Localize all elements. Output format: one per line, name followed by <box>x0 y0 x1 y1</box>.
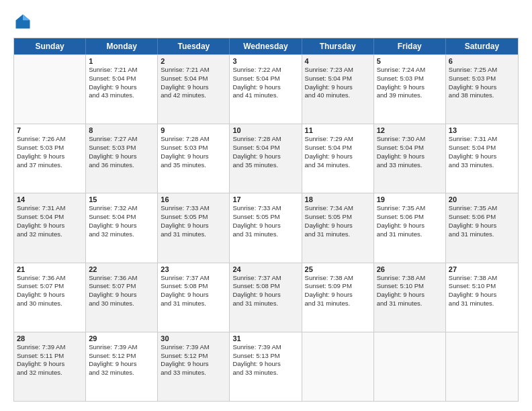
day-number: 25 <box>305 265 371 273</box>
cell-info-line: Daylight: 9 hours <box>232 360 298 369</box>
table-row: 17Sunrise: 7:33 AMSunset: 5:05 PMDayligh… <box>230 193 302 262</box>
cell-info-line: Sunset: 5:03 PM <box>161 144 226 152</box>
table-row <box>374 332 446 401</box>
cell-info-line: Sunrise: 7:39 AM <box>161 343 226 352</box>
cell-info-line: Sunset: 5:04 PM <box>161 75 226 83</box>
day-number: 2 <box>161 57 226 65</box>
cell-info-line: Daylight: 9 hours <box>449 152 515 161</box>
cell-info-line: Sunrise: 7:33 AM <box>161 204 226 213</box>
cell-info-line: Sunset: 5:03 PM <box>17 144 83 152</box>
day-number: 28 <box>17 334 83 342</box>
cell-info-line: and 33 minutes. <box>377 161 443 170</box>
day-number: 17 <box>232 195 298 203</box>
day-number: 12 <box>377 126 443 134</box>
cell-info-line: and 31 minutes. <box>377 230 443 239</box>
cell-info-line: Daylight: 9 hours <box>232 291 298 300</box>
day-number: 9 <box>161 126 226 134</box>
cell-info-line: Sunrise: 7:28 AM <box>232 135 298 144</box>
day-number: 19 <box>377 195 443 203</box>
cell-info-line: Daylight: 9 hours <box>89 222 154 230</box>
cell-info-line: Sunset: 5:09 PM <box>305 282 371 291</box>
table-row: 20Sunrise: 7:35 AMSunset: 5:06 PMDayligh… <box>446 193 518 262</box>
cell-info-line: Daylight: 9 hours <box>89 83 154 92</box>
cell-info-line: and 35 minutes. <box>232 161 298 170</box>
cell-info-line: Sunrise: 7:22 AM <box>232 66 298 75</box>
cell-info-line: Sunset: 5:08 PM <box>232 282 298 291</box>
cell-info-line: Sunrise: 7:30 AM <box>377 135 443 144</box>
calendar: SundayMondayTuesdayWednesdayThursdayFrid… <box>13 38 519 402</box>
table-row: 6Sunrise: 7:25 AMSunset: 5:03 PMDaylight… <box>446 55 518 124</box>
table-row <box>14 55 86 124</box>
day-number: 10 <box>232 126 298 134</box>
cell-info-line: Daylight: 9 hours <box>161 222 226 230</box>
day-number: 13 <box>449 126 515 134</box>
cell-info-line: and 31 minutes. <box>305 230 371 239</box>
cell-info-line: Sunrise: 7:38 AM <box>305 274 371 283</box>
table-row: 23Sunrise: 7:37 AMSunset: 5:08 PMDayligh… <box>158 263 230 332</box>
day-number: 20 <box>449 195 515 203</box>
cell-info-line: Sunrise: 7:38 AM <box>377 274 443 283</box>
svg-marker-1 <box>23 15 30 21</box>
cell-info-line: Daylight: 9 hours <box>161 83 226 92</box>
cell-info-line: Sunset: 5:06 PM <box>449 213 515 222</box>
cell-info-line: Daylight: 9 hours <box>305 152 371 161</box>
cell-info-line: Sunrise: 7:31 AM <box>449 135 515 144</box>
calendar-header-wednesday: Wednesday <box>230 38 302 54</box>
cell-info-line: Daylight: 9 hours <box>89 291 154 300</box>
table-row: 10Sunrise: 7:28 AMSunset: 5:04 PMDayligh… <box>230 124 302 193</box>
cell-info-line: and 38 minutes. <box>449 91 515 100</box>
day-number: 31 <box>232 334 298 342</box>
table-row: 11Sunrise: 7:29 AMSunset: 5:04 PMDayligh… <box>302 124 374 193</box>
table-row: 31Sunrise: 7:39 AMSunset: 5:13 PMDayligh… <box>230 332 302 401</box>
cell-info-line: Daylight: 9 hours <box>449 83 515 92</box>
table-row: 5Sunrise: 7:24 AMSunset: 5:03 PMDaylight… <box>374 55 446 124</box>
cell-info-line: and 37 minutes. <box>17 161 83 170</box>
day-number: 4 <box>305 57 371 65</box>
cell-info-line: Sunset: 5:05 PM <box>232 213 298 222</box>
day-number: 6 <box>449 57 515 65</box>
cell-info-line: Daylight: 9 hours <box>377 152 443 161</box>
cell-info-line: and 42 minutes. <box>161 91 226 100</box>
cell-info-line: and 41 minutes. <box>232 91 298 100</box>
cell-info-line: Sunrise: 7:36 AM <box>89 274 154 283</box>
cell-info-line: and 31 minutes. <box>305 300 371 308</box>
cell-info-line: Daylight: 9 hours <box>377 83 443 92</box>
cell-info-line: Sunset: 5:04 PM <box>377 144 443 152</box>
cell-info-line: Daylight: 9 hours <box>232 222 298 230</box>
cell-info-line: Sunset: 5:12 PM <box>89 352 154 361</box>
day-number: 22 <box>89 265 154 273</box>
cell-info-line: and 32 minutes. <box>89 369 154 377</box>
cell-info-line: Sunset: 5:04 PM <box>232 144 298 152</box>
cell-info-line: and 31 minutes. <box>377 300 443 308</box>
day-number: 18 <box>305 195 371 203</box>
table-row: 27Sunrise: 7:38 AMSunset: 5:10 PMDayligh… <box>446 263 518 332</box>
cell-info-line: and 33 minutes. <box>161 369 226 377</box>
cell-info-line: Sunrise: 7:21 AM <box>89 66 154 75</box>
cell-info-line: Sunrise: 7:23 AM <box>305 66 371 75</box>
table-row: 3Sunrise: 7:22 AMSunset: 5:04 PMDaylight… <box>230 55 302 124</box>
day-number: 24 <box>232 265 298 273</box>
day-number: 8 <box>89 126 154 134</box>
table-row: 26Sunrise: 7:38 AMSunset: 5:10 PMDayligh… <box>374 263 446 332</box>
cell-info-line: and 40 minutes. <box>305 91 371 100</box>
cell-info-line: Sunrise: 7:35 AM <box>449 204 515 213</box>
calendar-week-1: 1Sunrise: 7:21 AMSunset: 5:04 PMDaylight… <box>14 54 518 124</box>
cell-info-line: and 33 minutes. <box>232 369 298 377</box>
day-number: 23 <box>161 265 226 273</box>
cell-info-line: Sunset: 5:07 PM <box>17 282 83 291</box>
calendar-header-friday: Friday <box>374 38 446 54</box>
cell-info-line: Sunrise: 7:38 AM <box>449 274 515 283</box>
table-row: 25Sunrise: 7:38 AMSunset: 5:09 PMDayligh… <box>302 263 374 332</box>
table-row: 29Sunrise: 7:39 AMSunset: 5:12 PMDayligh… <box>86 332 158 401</box>
cell-info-line: and 32 minutes. <box>17 369 83 377</box>
cell-info-line: Sunrise: 7:39 AM <box>232 343 298 352</box>
calendar-header-thursday: Thursday <box>302 38 374 54</box>
logo-icon <box>13 12 32 31</box>
table-row <box>446 332 518 401</box>
cell-info-line: Daylight: 9 hours <box>305 83 371 92</box>
cell-info-line: Sunset: 5:12 PM <box>161 352 226 361</box>
table-row: 18Sunrise: 7:34 AMSunset: 5:05 PMDayligh… <box>302 193 374 262</box>
day-number: 29 <box>89 334 154 342</box>
cell-info-line: Sunset: 5:04 PM <box>449 144 515 152</box>
cell-info-line: Daylight: 9 hours <box>305 222 371 230</box>
